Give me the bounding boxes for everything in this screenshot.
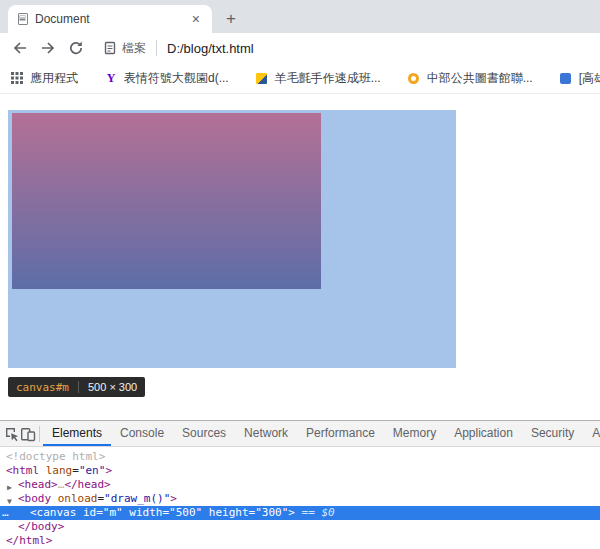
bookmark-item-kaohsiung[interactable]: [高雄市]甘藷滋味...	[559, 70, 600, 87]
tooltip-element-name: canvas#m	[16, 381, 69, 394]
url-text: D:/blog/txt.html	[167, 41, 254, 56]
dom-tree-row[interactable]: <html lang="en">	[0, 464, 600, 478]
devtools-panel: Elements Console Sources Network Perform…	[0, 420, 600, 549]
dom-tree-row[interactable]: </html>	[0, 534, 600, 548]
bookmark-item-library[interactable]: 中部公共圖書館聯...	[407, 70, 533, 87]
code-token: == $0	[295, 506, 335, 519]
back-button[interactable]	[6, 35, 34, 61]
tab-network[interactable]: Network	[235, 421, 297, 446]
page-canvas[interactable]	[8, 110, 456, 368]
devtools-tab-bar: Elements Console Sources Network Perform…	[0, 421, 600, 447]
code-token: "500"	[169, 506, 202, 519]
address-bar[interactable]: 檔案 D:/blog/txt.html	[104, 40, 600, 57]
tab-console[interactable]: Console	[111, 421, 173, 446]
tab-sources[interactable]: Sources	[173, 421, 235, 446]
yahoo-y-icon: Y	[104, 71, 118, 85]
dom-tree-row[interactable]: ▼<body onload="draw_m()">	[0, 492, 600, 506]
toolbar-divider	[39, 426, 40, 442]
tooltip-divider	[78, 381, 79, 393]
tooltip-dimensions: 500 × 300	[88, 381, 137, 393]
tab-memory[interactable]: Memory	[384, 421, 445, 446]
code-token: height	[202, 506, 248, 519]
code-token: </body>	[18, 520, 64, 533]
code-token: >	[105, 464, 112, 477]
bookmark-label: 應用程式	[30, 70, 78, 87]
browser-tab[interactable]: Document ×	[8, 5, 212, 33]
code-token: <canvas	[30, 506, 76, 519]
code-token: width	[123, 506, 163, 519]
page-viewport: canvas#m 500 × 300	[0, 94, 600, 420]
dom-tree-row[interactable]: ▶<head>…</head>	[0, 478, 600, 492]
tab-elements[interactable]: Elements	[43, 421, 111, 446]
file-scheme-icon	[104, 41, 116, 55]
bookmark-label: 表情符號大觀園d(...	[124, 70, 229, 87]
tab-audits[interactable]: Audits	[583, 421, 600, 446]
code-token: id	[76, 506, 96, 519]
page-favicon-icon	[18, 13, 28, 25]
forward-arrow-icon	[40, 40, 56, 56]
code-token: =	[96, 506, 103, 519]
refresh-icon	[68, 40, 84, 56]
dom-tree-row[interactable]: <!doctype html>	[0, 450, 600, 464]
refresh-button[interactable]	[62, 35, 90, 61]
code-token: lang	[39, 464, 72, 477]
device-toolbar-icon[interactable]	[20, 421, 36, 446]
bookmark-label: 羊毛氈手作速成班...	[275, 70, 381, 87]
bookmarks-bar: 應用程式 Y 表情符號大觀園d(... 羊毛氈手作速成班... 中部公共圖書館聯…	[0, 63, 600, 94]
forward-button[interactable]	[34, 35, 62, 61]
address-chip-divider	[156, 40, 157, 56]
tab-title: Document	[35, 12, 181, 26]
tab-application[interactable]: Application	[445, 421, 522, 446]
tab-performance[interactable]: Performance	[297, 421, 384, 446]
code-token: "300"	[255, 506, 288, 519]
code-token: onload	[51, 492, 97, 505]
canvas-gradient-rect	[12, 113, 321, 289]
bookmark-item-emoji[interactable]: Y 表情符號大觀園d(...	[104, 70, 229, 87]
code-token: <head>	[18, 478, 58, 491]
scheme-chip-label: 檔案	[122, 40, 146, 57]
inspect-tooltip: canvas#m 500 × 300	[8, 377, 145, 397]
code-token: "m"	[103, 506, 123, 519]
code-token: >	[170, 492, 177, 505]
blue-site-icon	[559, 71, 573, 85]
code-token: "en"	[79, 464, 106, 477]
code-token: =	[72, 464, 79, 477]
inspect-element-icon[interactable]	[4, 421, 20, 446]
back-arrow-icon	[12, 40, 28, 56]
apps-grid-icon	[10, 71, 24, 85]
bookmark-item-wool-felt[interactable]: 羊毛氈手作速成班...	[255, 70, 381, 87]
code-token: </head>	[64, 478, 110, 491]
row-overflow-dots-icon[interactable]: …	[2, 506, 10, 520]
yellow-ring-icon	[407, 71, 421, 85]
tab-close-icon[interactable]: ×	[188, 10, 204, 28]
devtools-dom-tree: <!doctype html><html lang="en">▶<head>…<…	[0, 447, 600, 549]
tab-security[interactable]: Security	[522, 421, 583, 446]
code-token: </html>	[6, 534, 52, 547]
code-token: "draw_m()"	[104, 492, 170, 505]
code-token: <html	[6, 464, 39, 477]
dom-tree-row[interactable]: …<canvas id="m" width="500" height="300"…	[0, 506, 600, 520]
bookmark-item-apps[interactable]: 應用程式	[10, 70, 78, 87]
code-token: >	[288, 506, 295, 519]
browser-tab-strip: Document × +	[0, 0, 600, 33]
bookmark-label: 中部公共圖書館聯...	[427, 70, 533, 87]
dom-tree-row[interactable]: </body>	[0, 520, 600, 534]
code-token: <!doctype html>	[6, 450, 105, 463]
diagonal-pencil-icon	[255, 71, 269, 85]
new-tab-button[interactable]: +	[226, 10, 236, 27]
browser-toolbar: 檔案 D:/blog/txt.html	[0, 33, 600, 63]
bookmark-label: [高雄市]甘藷滋味...	[579, 70, 600, 87]
code-token: <body	[18, 492, 51, 505]
